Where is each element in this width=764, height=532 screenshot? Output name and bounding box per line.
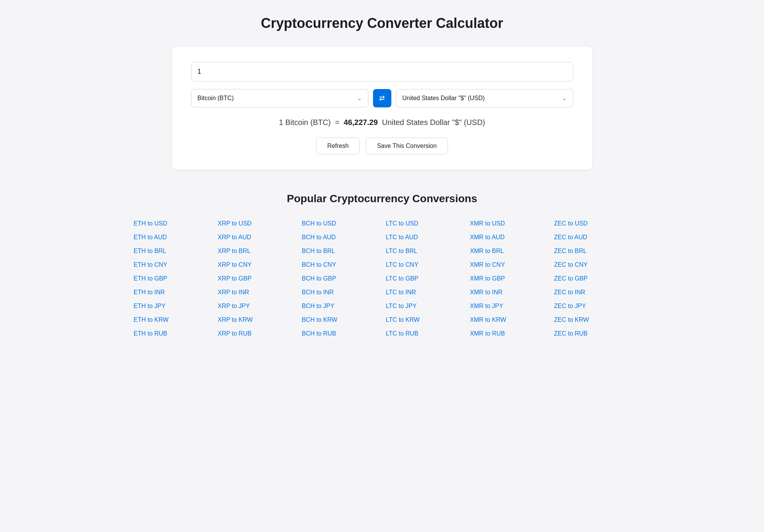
conversion-link[interactable]: ETH to GBP (134, 274, 210, 284)
conversion-link[interactable]: BCH to JPY (302, 301, 378, 311)
conversion-link[interactable]: BCH to AUD (302, 232, 378, 242)
conversion-link[interactable]: XRP to RUB (218, 329, 294, 339)
conversion-link[interactable]: XMR to USD (470, 219, 547, 229)
from-currency-chevron-icon: ⌄ (357, 95, 362, 101)
popular-title: Popular Cryptocurrency Conversions (134, 193, 631, 205)
conversion-link[interactable]: XRP to AUD (218, 232, 294, 242)
conversion-column-2: BCH to USDBCH to AUDBCH to BRLBCH to CNY… (302, 219, 378, 339)
conversion-link[interactable]: ZEC to AUD (554, 232, 631, 242)
result-value: 46,227.29 (344, 118, 378, 127)
conversion-link[interactable]: BCH to USD (302, 219, 378, 229)
conversion-link[interactable]: ETH to USD (134, 219, 210, 229)
conversion-link[interactable]: LTC to GBP (386, 274, 462, 284)
conversion-link[interactable]: ZEC to RUB (554, 329, 631, 339)
conversion-link[interactable]: BCH to GBP (302, 274, 378, 284)
conversion-link[interactable]: BCH to RUB (302, 329, 378, 339)
conversion-link[interactable]: LTC to AUD (386, 232, 462, 242)
swap-icon: ⇄ (379, 94, 385, 102)
conversion-link[interactable]: XRP to KRW (218, 315, 294, 325)
conversion-link[interactable]: XRP to BRL (218, 246, 294, 256)
popular-section: Popular Cryptocurrency Conversions ETH t… (134, 193, 631, 339)
conversion-link[interactable]: XMR to JPY (470, 301, 547, 311)
conversion-link[interactable]: XRP to JPY (218, 301, 294, 311)
save-conversion-button[interactable]: Save This Conversion (366, 138, 448, 154)
conversion-link[interactable]: LTC to RUB (386, 329, 462, 339)
conversion-link[interactable]: ZEC to BRL (554, 246, 631, 256)
conversion-link[interactable]: ETH to AUD (134, 232, 210, 242)
conversion-link[interactable]: XMR to KRW (470, 315, 547, 325)
conversion-link[interactable]: LTC to JPY (386, 301, 462, 311)
conversion-link[interactable]: BCH to CNY (302, 260, 378, 270)
conversion-link[interactable]: ZEC to INR (554, 287, 631, 297)
conversion-link[interactable]: XRP to INR (218, 287, 294, 297)
conversion-link[interactable]: BCH to BRL (302, 246, 378, 256)
conversions-grid: ETH to USDETH to AUDETH to BRLETH to CNY… (134, 219, 631, 339)
conversion-column-4: XMR to USDXMR to AUDXMR to BRLXMR to CNY… (470, 219, 547, 339)
to-currency-label: United States Dollar "$" (USD) (402, 95, 562, 102)
refresh-button[interactable]: Refresh (316, 138, 360, 154)
to-currency-select[interactable]: United States Dollar "$" (USD) ⌄ (396, 89, 573, 107)
conversion-link[interactable]: ZEC to KRW (554, 315, 631, 325)
conversion-link[interactable]: XMR to CNY (470, 260, 547, 270)
conversion-column-3: LTC to USDLTC to AUDLTC to BRLLTC to CNY… (386, 219, 462, 339)
conversion-link[interactable]: ZEC to GBP (554, 274, 631, 284)
conversion-link[interactable]: ZEC to CNY (554, 260, 631, 270)
to-currency-chevron-icon: ⌄ (562, 95, 567, 101)
conversion-link[interactable]: XRP to USD (218, 219, 294, 229)
swap-button[interactable]: ⇄ (373, 89, 391, 107)
conversion-link[interactable]: ETH to INR (134, 287, 210, 297)
conversion-link[interactable]: BCH to INR (302, 287, 378, 297)
conversion-link[interactable]: ETH to RUB (134, 329, 210, 339)
conversion-link[interactable]: XMR to BRL (470, 246, 547, 256)
page-title: Cryptocurrency Converter Calculator (31, 15, 733, 31)
conversion-link[interactable]: XMR to RUB (470, 329, 547, 339)
conversion-column-1: XRP to USDXRP to AUDXRP to BRLXRP to CNY… (218, 219, 294, 339)
conversion-link[interactable]: XMR to AUD (470, 232, 547, 242)
conversion-link[interactable]: ETH to KRW (134, 315, 210, 325)
conversion-link[interactable]: ETH to CNY (134, 260, 210, 270)
result-unit: United States Dollar "$" (USD) (382, 118, 485, 127)
action-buttons: Refresh Save This Conversion (191, 138, 573, 154)
conversion-column-5: ZEC to USDZEC to AUDZEC to BRLZEC to CNY… (554, 219, 631, 339)
conversion-link[interactable]: LTC to BRL (386, 246, 462, 256)
result-line: 1 Bitcoin (BTC) = 46,227.29 United State… (191, 118, 573, 127)
conversion-link[interactable]: BCH to KRW (302, 315, 378, 325)
conversion-link[interactable]: LTC to USD (386, 219, 462, 229)
conversion-column-0: ETH to USDETH to AUDETH to BRLETH to CNY… (134, 219, 210, 339)
conversion-link[interactable]: ETH to BRL (134, 246, 210, 256)
conversion-link[interactable]: XRP to CNY (218, 260, 294, 270)
conversion-link[interactable]: LTC to CNY (386, 260, 462, 270)
conversion-link[interactable]: ETH to JPY (134, 301, 210, 311)
conversion-link[interactable]: LTC to KRW (386, 315, 462, 325)
converter-card: Bitcoin (BTC) ⌄ ⇄ United States Dollar "… (172, 47, 592, 170)
currency-row: Bitcoin (BTC) ⌄ ⇄ United States Dollar "… (191, 89, 573, 107)
conversion-link[interactable]: ZEC to JPY (554, 301, 631, 311)
result-equals: = (335, 118, 339, 127)
amount-input[interactable] (191, 62, 573, 81)
conversion-link[interactable]: ZEC to USD (554, 219, 631, 229)
result-from-label: 1 Bitcoin (BTC) (279, 118, 331, 127)
conversion-link[interactable]: LTC to INR (386, 287, 462, 297)
conversion-link[interactable]: XMR to INR (470, 287, 547, 297)
conversion-link[interactable]: XMR to GBP (470, 274, 547, 284)
from-currency-select[interactable]: Bitcoin (BTC) ⌄ (191, 89, 368, 107)
from-currency-label: Bitcoin (BTC) (198, 95, 357, 102)
conversion-link[interactable]: XRP to GBP (218, 274, 294, 284)
